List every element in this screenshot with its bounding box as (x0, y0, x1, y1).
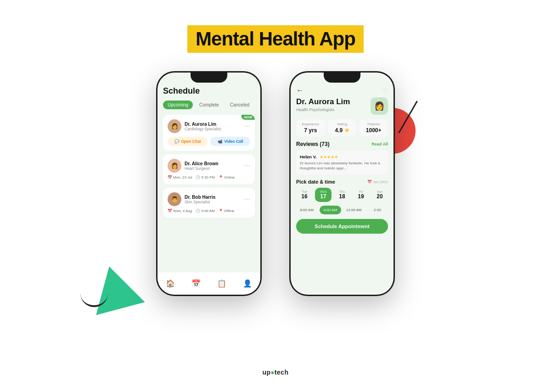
doc-profile-row: Dr. Aurora Lim Health Psychologists 👩 (296, 97, 388, 115)
doc-name-2: Dr. Alice Brown (185, 161, 219, 166)
back-button[interactable]: ← (296, 86, 304, 95)
rating-value: 4.9 ★ (330, 127, 355, 134)
time-detail-3: 🕐 9:00 AM (196, 209, 214, 213)
pick-date-title: Pick date & time (296, 179, 335, 185)
star-icon: ★ (344, 127, 349, 134)
reviewer-name: Helen V. (300, 154, 317, 159)
phone-notch-2 (324, 73, 360, 83)
open-chat-button[interactable]: 💬 Open Chat (168, 137, 208, 146)
video-label: Video Call (225, 139, 243, 144)
doc-name-3: Dr. Bob Harris (185, 195, 215, 200)
clock-icon-3: 🕐 (196, 209, 200, 213)
logo-dot-icon (271, 371, 274, 374)
video-call-button[interactable]: 📹 Video Call (210, 137, 250, 146)
avatar-bob: 👨 (168, 192, 181, 206)
avatar-alice: 👩 (168, 159, 181, 173)
doc-profile-title: Health Psychologists (296, 107, 350, 112)
time-12am[interactable]: 12:00 AM (343, 206, 365, 214)
day-tue: Tue (297, 190, 312, 193)
phones-container: Schedule Upcoming Complete Canceled NOW … (0, 67, 551, 296)
calendar-icon-3: 📅 (168, 209, 172, 213)
date-item-18[interactable]: Thu 18 (334, 188, 350, 202)
reviews-header: Reviews (73) Read All (296, 141, 388, 147)
appt-header-1: 👩 Dr. Aurora Lim Cardiology Specialist ⋯ (168, 119, 250, 133)
rating-label: Rating (330, 122, 355, 126)
date-20: 20 (372, 193, 387, 200)
location-icon-2: 📍 (219, 175, 223, 179)
time-8am[interactable]: 8:00 AM (296, 206, 317, 214)
exp-label: Experience (298, 122, 323, 126)
phone-detail: ← ♡ Dr. Aurora Lim Health Psychologists … (289, 71, 395, 296)
tab-upcoming[interactable]: Upcoming (163, 101, 193, 109)
appt-info-3: 👨 Dr. Bob Harris Skin Specialist (168, 192, 215, 206)
tab-row: Upcoming Complete Canceled (163, 101, 255, 109)
doc-text-1: Dr. Aurora Lim Cardiology Specialist (185, 122, 221, 131)
phone-notch-1 (191, 73, 227, 83)
date-16: 16 (297, 193, 312, 200)
menu-dots-3[interactable]: ⋯ (244, 196, 250, 203)
nav-home-icon[interactable]: 🏠 (166, 279, 175, 288)
day-fri: Fri (354, 190, 368, 193)
day-thu: Thu (335, 190, 349, 193)
tab-complete[interactable]: Complete (195, 101, 224, 109)
nav-calendar-icon[interactable]: 📅 (191, 279, 201, 288)
stat-experience: Experience 7 yrs (296, 119, 325, 136)
date-text-2: Mon, 23 Jul (173, 175, 192, 179)
video-icon: 📹 (218, 139, 223, 144)
date-item-19[interactable]: Fri 19 (353, 188, 369, 202)
appt-details-3: 📅 Wed, 4 Aug 🕐 9:00 AM 📍 Offline (168, 209, 250, 213)
detail-topbar: ← ♡ (296, 83, 388, 97)
appt-header-3: 👨 Dr. Bob Harris Skin Specialist ⋯ (168, 192, 250, 206)
chat-label: Open Chat (181, 139, 201, 144)
time-row: 8:00 AM 9:00 AM 12:00 AM 2:00 (296, 206, 388, 214)
date-row: Tue 16 Wed 17 Thu 18 Fri 19 (296, 188, 388, 202)
schedule-appointment-button[interactable]: Schedule Appointment (296, 219, 388, 234)
month-text: Jan 2022 (373, 180, 388, 184)
date-detail-3: 📅 Wed, 4 Aug (168, 209, 192, 213)
location-icon-3: 📍 (219, 209, 223, 213)
date-item-17[interactable]: Wed 17 (315, 188, 332, 202)
page-title: Mental Health App (196, 28, 355, 50)
action-buttons-1: 💬 Open Chat 📹 Video Call (168, 137, 250, 146)
doc-text-3: Dr. Bob Harris Skin Specialist (185, 195, 215, 204)
date-header: Pick date & time 📅 Jan 2022 (296, 179, 388, 185)
menu-dots-1[interactable]: ⋯ (244, 123, 250, 130)
time-9am[interactable]: 9:00 AM (320, 206, 341, 214)
clock-icon-2: 🕐 (196, 175, 200, 179)
review-stars: ★★★★★ (320, 155, 338, 159)
menu-dots-2[interactable]: ⋯ (244, 162, 250, 169)
stat-patients: Patients 1000+ (359, 119, 388, 136)
review-text: Dr Aurora Lim was absolutely fantastic. … (300, 161, 384, 171)
read-all-button[interactable]: Read All (371, 142, 388, 146)
date-text-3: Wed, 4 Aug (173, 209, 192, 213)
nav-list-icon[interactable]: 📋 (217, 279, 226, 288)
tab-canceled[interactable]: Canceled (225, 101, 254, 109)
mode-text-3: Offline (224, 209, 235, 213)
appointment-card-1: NOW 👩 Dr. Aurora Lim Cardiology Speciali… (163, 115, 255, 151)
date-month: 📅 Jan 2022 (367, 180, 388, 184)
review-card: Helen V. ★★★★★ Dr Aurora Lim was absolut… (296, 151, 388, 174)
reviews-title: Reviews (73) (296, 141, 330, 147)
calendar-icon-2: 📅 (168, 175, 172, 179)
date-item-20[interactable]: Sun 20 (371, 188, 388, 202)
bottom-nav: 🏠 📅 📋 👤 (157, 272, 260, 295)
patients-value: 1000+ (361, 127, 386, 134)
day-wed: Wed (316, 190, 331, 193)
date-19: 19 (354, 193, 368, 200)
appointment-card-3: 👨 Dr. Bob Harris Skin Specialist ⋯ 📅 Wed… (163, 188, 255, 218)
mode-detail-2: 📍 Online (219, 175, 235, 179)
date-item-16[interactable]: Tue 16 (296, 188, 313, 202)
time-2[interactable]: 2:00 (367, 206, 388, 214)
doc-profile-avatar: 👩 (371, 97, 388, 115)
footer-logo: uptech (263, 369, 289, 376)
mode-text-2: Online (224, 175, 235, 179)
exp-value: 7 yrs (298, 127, 323, 134)
phone-detail-inner: ← ♡ Dr. Aurora Lim Health Psychologists … (291, 73, 394, 295)
date-18: 18 (335, 193, 349, 200)
doc-profile-info: Dr. Aurora Lim Health Psychologists (296, 97, 350, 112)
rating-number: 4.9 (335, 127, 343, 134)
favorite-button[interactable]: ♡ (382, 87, 388, 94)
doc-name-1: Dr. Aurora Lim (185, 122, 221, 127)
nav-person-icon[interactable]: 👤 (243, 279, 252, 288)
mode-detail-3: 📍 Offline (219, 209, 235, 213)
